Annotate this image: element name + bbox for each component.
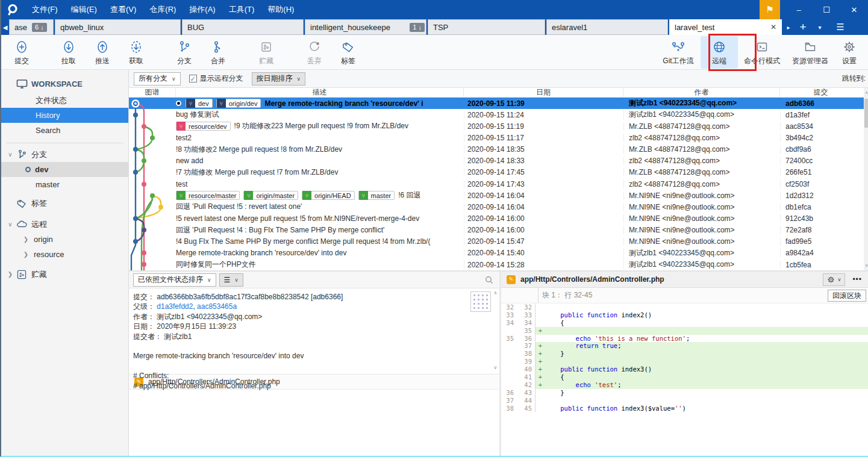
settings-button[interactable]: 设置	[834, 36, 864, 69]
sidebar-item-file-status[interactable]: 文件状态	[1, 93, 128, 108]
discard-button[interactable]: 丢弃	[298, 36, 331, 69]
branch-filter-dropdown[interactable]: 所有分支∨	[134, 72, 181, 85]
menu-item-操作(A)[interactable]: 操作(A)	[183, 0, 222, 19]
scroll-down-icon[interactable]: ∨	[492, 363, 499, 373]
commit-row[interactable]: Merge remote-tracking branch 'resource/d…	[129, 247, 864, 259]
sidebar-tags-header[interactable]: 标签	[1, 196, 128, 211]
repo-tab-laravel_test[interactable]: laravel_test✕	[669, 19, 782, 35]
menu-item-文件(F)[interactable]: 文件(F)	[25, 0, 64, 19]
more-options-icon[interactable]: •••	[845, 275, 868, 284]
tab-close-icon[interactable]: ✕	[764, 23, 776, 31]
tab-scroll-right-icon[interactable]: ▸	[783, 19, 794, 35]
remote-button[interactable]: 远端	[701, 36, 738, 69]
commit-row[interactable]: new add2020-09-14 18:33zlb2 <488747128@q…	[129, 155, 864, 167]
column-graph[interactable]: 图谱	[129, 88, 176, 97]
branch-badge-dev[interactable]: ⑂dev	[186, 99, 213, 108]
parent-commit-link[interactable]: aac853465a	[197, 302, 237, 311]
chevron-right-icon: ❯	[22, 236, 30, 243]
commit-row[interactable]: !8 功能修改2 Merge pull request !8 from Mr.Z…	[129, 144, 864, 155]
tab-dropdown-icon[interactable]: ▾	[812, 19, 828, 35]
diff-options-button[interactable]: ∨	[823, 273, 846, 286]
new-tab-button[interactable]: +	[794, 19, 812, 35]
sidebar-branch-dev[interactable]: dev	[1, 162, 128, 177]
table-scrollbar[interactable]: ∧ ∨	[864, 88, 868, 270]
sidebar-branch-master[interactable]: master	[1, 177, 128, 192]
explorer-button[interactable]: 资源管理器	[786, 36, 834, 69]
fetch-button[interactable]: 获取	[119, 36, 153, 69]
view-mode-dropdown[interactable]: ☰∨	[219, 273, 243, 287]
sidebar-stash-header[interactable]: ❯ 贮藏	[1, 267, 128, 282]
commit-button[interactable]: 提交	[5, 36, 39, 69]
rollback-hunk-button[interactable]: 回滚区块	[828, 290, 866, 302]
commit-row[interactable]: !4 Bug FIx The Same PHP By merge conflic…	[129, 236, 864, 247]
commit-description-cell: !8 功能修改2 Merge pull request !8 from Mr.Z…	[176, 145, 464, 155]
sidebar-item-search[interactable]: Search	[1, 123, 128, 138]
sidebar-item-history[interactable]: History	[1, 108, 128, 123]
commit-row[interactable]: 同时修复同一个PHP文件2020-09-14 15:28测试zlb1 <9402…	[129, 259, 864, 270]
branch-badge-origin/dev[interactable]: ⑂origin/dev	[216, 99, 261, 108]
scroll-down-icon[interactable]: ∨	[864, 261, 868, 270]
repo-tab-qbweb_linux[interactable]: qbweb_linux	[55, 19, 181, 35]
stash-button[interactable]: 贮藏	[249, 36, 283, 69]
menu-item-仓库(R)[interactable]: 仓库(R)	[143, 0, 183, 19]
hamburger-menu-icon[interactable]: ☰	[828, 19, 853, 35]
menu-item-编辑(E)[interactable]: 编辑(E)	[64, 0, 104, 19]
column-description[interactable]: 描述	[176, 88, 464, 97]
menu-item-工具(T)[interactable]: 工具(T)	[222, 0, 261, 19]
repo-tab-intelligent_housekeepe[interactable]: intelligent_housekeepe1 ↓	[305, 19, 426, 35]
menu-item-帮助(H)[interactable]: 帮助(H)	[261, 0, 301, 19]
column-date[interactable]: 日期	[464, 88, 623, 97]
commit-row[interactable]: ⑂dev⑂origin/devMerge remote-tracking bra…	[129, 98, 864, 109]
repo-tab-ase[interactable]: ase6 ↓	[9, 19, 54, 35]
diff-new-line-number: 37	[517, 342, 535, 350]
tab-scroll-left-icon[interactable]: ◀	[1, 19, 9, 35]
git-flow-button[interactable]: Git工作流	[656, 36, 701, 69]
commit-row[interactable]: bug 修复测试2020-09-15 11:24测试zlb1 <94022334…	[129, 109, 864, 120]
show-remote-checkbox[interactable]: ✓ 显示远程分支	[189, 73, 243, 84]
close-button[interactable]: ✕	[840, 0, 868, 19]
column-author[interactable]: 作者	[623, 88, 780, 97]
repo-tab-TSP[interactable]: TSP	[428, 19, 545, 35]
file-sort-dropdown[interactable]: 已依照文件状态排序∨	[133, 273, 216, 287]
branch-badge-resource/dev[interactable]: ⑂resource/dev	[176, 122, 231, 131]
pull-button[interactable]: 拉取	[52, 36, 86, 69]
sidebar-remote-resource[interactable]: ❯ resource	[1, 247, 128, 262]
sidebar-remotes-header[interactable]: ∨ 远程	[1, 217, 128, 232]
maximize-button[interactable]: ☐	[813, 0, 840, 19]
tag-button[interactable]: 标签	[331, 36, 365, 69]
commit-row[interactable]: 回退 'Pull Request !4 : Bug FIx The Same P…	[129, 225, 864, 236]
sidebar-branches-header[interactable]: ∨ 分支	[1, 147, 128, 162]
branch-badge-resource/master[interactable]: ⑂resource/master	[176, 191, 240, 200]
parent-commit-link[interactable]: d1a3fefdd2	[157, 302, 193, 311]
avatar-identicon	[470, 291, 491, 312]
branch-badge-origin/master[interactable]: ⑂origin/master	[243, 191, 298, 200]
repo-tab-BUG[interactable]: BUG	[182, 19, 304, 35]
commit-row[interactable]: test2020-09-14 17:43zlb2 <488747128@qq.c…	[129, 178, 864, 190]
details-scrollbar[interactable]: ∧ ∨	[492, 288, 499, 374]
terminal-button[interactable]: 命令行模式	[738, 36, 786, 69]
branch-badge-master[interactable]: ⑂master	[358, 191, 395, 200]
flag-button[interactable]: ⚑	[760, 0, 780, 19]
sidebar-remote-origin[interactable]: ❯ origin	[1, 232, 128, 247]
sort-order-dropdown[interactable]: 按日期排序∨	[252, 72, 306, 85]
scroll-thumb[interactable]	[864, 99, 868, 128]
search-icon[interactable]	[485, 276, 493, 284]
repo-tab-eslaravel1[interactable]: eslaravel1	[546, 19, 668, 35]
merge-button[interactable]: 合并	[201, 36, 235, 69]
scroll-up-icon[interactable]: ∧	[492, 288, 499, 298]
commit-row[interactable]: test22020-09-15 11:17zlb2 <488747128@qq.…	[129, 132, 864, 143]
minimize-button[interactable]: –	[785, 0, 813, 19]
scroll-up-icon[interactable]: ∧	[864, 88, 868, 98]
commit-hash-cell: adb6366	[780, 99, 858, 108]
push-button[interactable]: 推送	[86, 36, 119, 69]
commit-row[interactable]: !5 revert latest one Merge pull request …	[129, 213, 864, 224]
commit-row[interactable]: ⑂resource/dev!9 功能修改223 Merge pull reque…	[129, 120, 864, 132]
menu-item-查看(V)[interactable]: 查看(V)	[104, 0, 143, 19]
branch-button[interactable]: 分支	[167, 36, 201, 69]
chevron-down-icon: ∨	[234, 277, 239, 283]
commit-row[interactable]: ⑂resource/master⑂origin/master⑂origin/HE…	[129, 190, 864, 201]
branch-badge-origin/HEAD[interactable]: ⑂origin/HEAD	[302, 191, 355, 200]
column-commit[interactable]: 提交	[780, 88, 861, 97]
commit-row[interactable]: !7 功能修改 Merge pull request !7 from Mr.ZL…	[129, 167, 864, 178]
commit-row[interactable]: 回退 'Pull Request !5 : revert latest one'…	[129, 201, 864, 213]
